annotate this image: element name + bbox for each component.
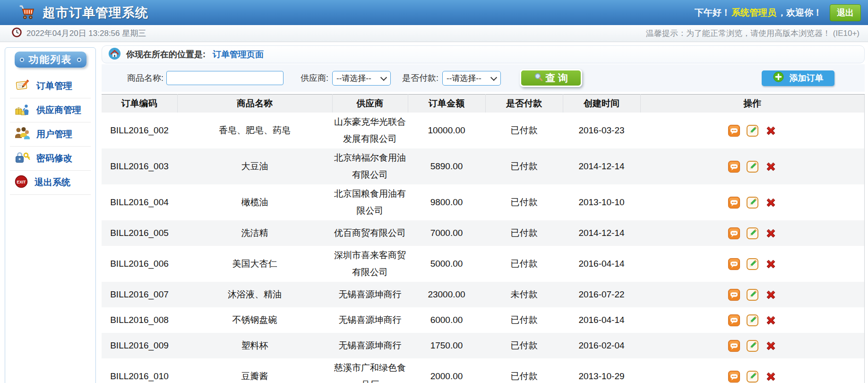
supplier-icon: [14, 102, 31, 119]
delete-icon[interactable]: [765, 370, 777, 383]
greeting-text: 下午好！系统管理员，欢迎你！: [695, 7, 822, 19]
column-header-actions: 操作: [640, 95, 865, 113]
sidebar-item-orders[interactable]: 订单管理: [10, 74, 91, 98]
paid-status-cell: 已付款: [485, 333, 563, 358]
paid-status-cell: 已付款: [485, 246, 563, 282]
actions-cell: [640, 282, 865, 307]
delete-icon[interactable]: [765, 196, 777, 209]
username: 系统管理员: [731, 8, 776, 17]
edit-icon[interactable]: [746, 124, 759, 137]
actions-cell: [640, 333, 865, 358]
column-header-paid: 是否付款: [485, 95, 563, 113]
actions-cell: [640, 307, 865, 333]
exit-icon: EXIT: [14, 174, 29, 191]
sidebar-item-users[interactable]: 用户管理: [10, 122, 91, 147]
edit-icon[interactable]: [746, 196, 759, 209]
browser-tip-text: 温馨提示：为了能正常浏览，请使用高版本浏览器！ (IE10+): [646, 28, 859, 39]
created-date-cell: 2013-10-10: [563, 184, 640, 220]
order-code-cell: BILL2016_004: [102, 184, 177, 220]
users-icon: [14, 126, 31, 143]
dot-right-icon: [77, 58, 81, 62]
supplier-select[interactable]: --请选择--: [332, 71, 391, 86]
supplier-cell: 山东豪克华光联合发展有限公司: [332, 113, 408, 148]
add-order-button[interactable]: 添加订单: [762, 70, 834, 86]
sidebar-item-password[interactable]: 密码修改: [10, 147, 91, 171]
comment-icon[interactable]: [728, 288, 740, 301]
sidebar-item-exit[interactable]: EXIT 退出系统: [10, 171, 91, 195]
sidebar: 功能列表: [5, 47, 96, 383]
search-button[interactable]: 查 询: [520, 69, 582, 87]
sidebar-menu: 订单管理 供应商管理: [10, 74, 91, 195]
edit-icon[interactable]: [746, 160, 759, 173]
table-row: BILL2016_005 洗洁精 优百商贸有限公司 7000.00 已付款 20…: [102, 220, 865, 246]
main-content: 你现在所在的位置是: 订单管理页面 商品名称: 供应商: --请选择-- 是否付…: [102, 45, 865, 383]
breadcrumb: 你现在所在的位置是: 订单管理页面: [102, 45, 865, 63]
comment-icon[interactable]: [728, 160, 740, 173]
delete-icon[interactable]: [765, 160, 777, 173]
product-cell: 沐浴液、精油: [177, 282, 332, 307]
supplier-cell: 北京纳福尔食用油有限公司: [332, 148, 408, 184]
logout-button[interactable]: 退出: [830, 4, 861, 21]
delete-icon[interactable]: [765, 258, 777, 270]
comment-icon[interactable]: [728, 124, 740, 137]
supplier-cell: 无锡喜源坤商行: [332, 333, 408, 358]
order-code-cell: BILL2016_003: [102, 148, 177, 184]
edit-icon[interactable]: [746, 370, 759, 383]
payment-select[interactable]: --请选择--: [442, 71, 501, 86]
product-cell: 橄榄油: [177, 184, 332, 220]
order-icon: [14, 78, 31, 95]
order-code-cell: BILL2016_002: [102, 113, 177, 148]
column-header-order-code: 订单编码: [102, 95, 177, 113]
product-cell: 塑料杯: [177, 333, 332, 358]
sidebar-item-label: 供应商管理: [36, 104, 81, 116]
product-cell: 洗洁精: [177, 220, 332, 246]
breadcrumb-current-link[interactable]: 订单管理页面: [213, 49, 264, 60]
sidebar-item-suppliers[interactable]: 供应商管理: [10, 98, 91, 122]
comment-icon[interactable]: [728, 370, 740, 383]
comment-icon[interactable]: [728, 227, 740, 240]
comment-icon[interactable]: [728, 258, 740, 270]
sidebar-item-label: 用户管理: [36, 128, 72, 140]
comment-icon[interactable]: [728, 314, 740, 327]
comment-icon[interactable]: [728, 339, 740, 352]
password-icon: [14, 150, 31, 167]
delete-icon[interactable]: [765, 314, 777, 327]
info-bar: 2022年04月20日 13:28:56 星期三 温馨提示：为了能正常浏览，请使…: [0, 25, 868, 42]
supplier-cell: 无锡喜源坤商行: [332, 282, 408, 307]
amount-cell: 6000.00: [408, 307, 485, 333]
comment-icon[interactable]: [728, 196, 740, 209]
app-title: 超市订单管理系统: [43, 4, 148, 21]
edit-icon[interactable]: [746, 227, 759, 240]
amount-cell: 2000.00: [408, 358, 485, 383]
edit-icon[interactable]: [746, 314, 759, 327]
delete-icon[interactable]: [765, 339, 777, 352]
actions-cell: [640, 220, 865, 246]
dot-left-icon: [20, 58, 24, 62]
delete-icon[interactable]: [765, 227, 777, 240]
supplier-cell: 优百商贸有限公司: [332, 220, 408, 246]
order-code-cell: BILL2016_007: [102, 282, 177, 307]
order-code-cell: BILL2016_008: [102, 307, 177, 333]
created-date-cell: 2013-10-29: [563, 358, 640, 383]
payment-status-label: 是否付款:: [402, 72, 438, 84]
paid-status-cell: 已付款: [485, 307, 563, 333]
delete-icon[interactable]: [765, 288, 777, 301]
amount-cell: 9800.00: [408, 184, 485, 220]
edit-icon[interactable]: [746, 339, 759, 352]
product-name-input[interactable]: [166, 71, 284, 85]
product-cell: 豆瓣酱: [177, 358, 332, 383]
sidebar-item-label: 退出系统: [34, 176, 70, 189]
created-date-cell: 2014-12-14: [563, 220, 640, 246]
column-header-product: 商品名称: [177, 95, 332, 113]
sidebar-title: 功能列表: [15, 52, 86, 68]
sidebar-item-label: 密码修改: [36, 152, 72, 165]
product-cell: 大豆油: [177, 148, 332, 184]
actions-cell: [640, 358, 865, 383]
order-code-cell: BILL2016_010: [102, 358, 177, 383]
delete-icon[interactable]: [765, 124, 777, 137]
edit-icon[interactable]: [746, 288, 759, 301]
edit-icon[interactable]: [746, 258, 759, 270]
supplier-cell: 北京国粮食用油有限公司: [332, 184, 408, 220]
created-date-cell: 2016-02-04: [563, 333, 640, 358]
actions-cell: [640, 246, 865, 282]
